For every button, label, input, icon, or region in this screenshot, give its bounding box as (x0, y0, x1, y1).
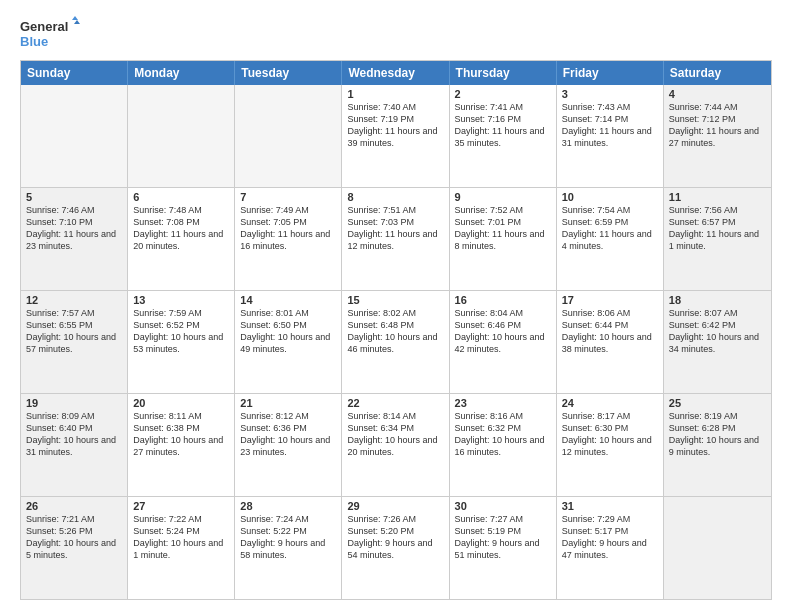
day-number: 13 (133, 294, 229, 306)
day-number: 10 (562, 191, 658, 203)
day-info: Sunrise: 8:07 AM Sunset: 6:42 PM Dayligh… (669, 307, 766, 356)
day-number: 28 (240, 500, 336, 512)
day-info: Sunrise: 7:41 AM Sunset: 7:16 PM Dayligh… (455, 101, 551, 150)
day-number: 20 (133, 397, 229, 409)
cal-cell-1-6: 11Sunrise: 7:56 AM Sunset: 6:57 PM Dayli… (664, 188, 771, 290)
header: General Blue (20, 16, 772, 52)
cal-cell-2-5: 17Sunrise: 8:06 AM Sunset: 6:44 PM Dayli… (557, 291, 664, 393)
svg-marker-3 (74, 20, 80, 24)
day-info: Sunrise: 7:49 AM Sunset: 7:05 PM Dayligh… (240, 204, 336, 253)
day-info: Sunrise: 7:56 AM Sunset: 6:57 PM Dayligh… (669, 204, 766, 253)
cal-cell-1-3: 8Sunrise: 7:51 AM Sunset: 7:03 PM Daylig… (342, 188, 449, 290)
header-cell-tuesday: Tuesday (235, 61, 342, 85)
day-number: 19 (26, 397, 122, 409)
day-number: 9 (455, 191, 551, 203)
cal-cell-2-0: 12Sunrise: 7:57 AM Sunset: 6:55 PM Dayli… (21, 291, 128, 393)
day-info: Sunrise: 8:16 AM Sunset: 6:32 PM Dayligh… (455, 410, 551, 459)
day-number: 8 (347, 191, 443, 203)
cal-cell-3-2: 21Sunrise: 8:12 AM Sunset: 6:36 PM Dayli… (235, 394, 342, 496)
cal-cell-4-1: 27Sunrise: 7:22 AM Sunset: 5:24 PM Dayli… (128, 497, 235, 599)
cal-cell-4-0: 26Sunrise: 7:21 AM Sunset: 5:26 PM Dayli… (21, 497, 128, 599)
day-number: 11 (669, 191, 766, 203)
day-info: Sunrise: 7:57 AM Sunset: 6:55 PM Dayligh… (26, 307, 122, 356)
day-number: 2 (455, 88, 551, 100)
cal-cell-3-4: 23Sunrise: 8:16 AM Sunset: 6:32 PM Dayli… (450, 394, 557, 496)
day-info: Sunrise: 7:48 AM Sunset: 7:08 PM Dayligh… (133, 204, 229, 253)
day-info: Sunrise: 7:43 AM Sunset: 7:14 PM Dayligh… (562, 101, 658, 150)
day-info: Sunrise: 8:04 AM Sunset: 6:46 PM Dayligh… (455, 307, 551, 356)
page: General Blue SundayMondayTuesdayWednesda… (0, 0, 792, 612)
day-number: 22 (347, 397, 443, 409)
calendar-body: 1Sunrise: 7:40 AM Sunset: 7:19 PM Daylig… (21, 85, 771, 599)
logo-svg: General Blue (20, 16, 80, 52)
calendar-row-3: 19Sunrise: 8:09 AM Sunset: 6:40 PM Dayli… (21, 393, 771, 496)
cal-cell-1-0: 5Sunrise: 7:46 AM Sunset: 7:10 PM Daylig… (21, 188, 128, 290)
cal-cell-1-4: 9Sunrise: 7:52 AM Sunset: 7:01 PM Daylig… (450, 188, 557, 290)
day-info: Sunrise: 8:01 AM Sunset: 6:50 PM Dayligh… (240, 307, 336, 356)
day-info: Sunrise: 8:14 AM Sunset: 6:34 PM Dayligh… (347, 410, 443, 459)
day-info: Sunrise: 7:54 AM Sunset: 6:59 PM Dayligh… (562, 204, 658, 253)
day-info: Sunrise: 7:29 AM Sunset: 5:17 PM Dayligh… (562, 513, 658, 562)
cal-cell-2-2: 14Sunrise: 8:01 AM Sunset: 6:50 PM Dayli… (235, 291, 342, 393)
cal-cell-0-2 (235, 85, 342, 187)
day-number: 17 (562, 294, 658, 306)
header-cell-saturday: Saturday (664, 61, 771, 85)
day-number: 18 (669, 294, 766, 306)
day-number: 7 (240, 191, 336, 203)
day-info: Sunrise: 8:11 AM Sunset: 6:38 PM Dayligh… (133, 410, 229, 459)
day-number: 12 (26, 294, 122, 306)
cal-cell-0-1 (128, 85, 235, 187)
cal-cell-1-2: 7Sunrise: 7:49 AM Sunset: 7:05 PM Daylig… (235, 188, 342, 290)
day-number: 6 (133, 191, 229, 203)
calendar-row-2: 12Sunrise: 7:57 AM Sunset: 6:55 PM Dayli… (21, 290, 771, 393)
cal-cell-2-3: 15Sunrise: 8:02 AM Sunset: 6:48 PM Dayli… (342, 291, 449, 393)
day-info: Sunrise: 7:26 AM Sunset: 5:20 PM Dayligh… (347, 513, 443, 562)
svg-marker-2 (72, 16, 78, 20)
cal-cell-0-3: 1Sunrise: 7:40 AM Sunset: 7:19 PM Daylig… (342, 85, 449, 187)
day-info: Sunrise: 7:51 AM Sunset: 7:03 PM Dayligh… (347, 204, 443, 253)
day-info: Sunrise: 7:27 AM Sunset: 5:19 PM Dayligh… (455, 513, 551, 562)
cal-cell-2-4: 16Sunrise: 8:04 AM Sunset: 6:46 PM Dayli… (450, 291, 557, 393)
cal-cell-3-0: 19Sunrise: 8:09 AM Sunset: 6:40 PM Dayli… (21, 394, 128, 496)
header-cell-sunday: Sunday (21, 61, 128, 85)
day-info: Sunrise: 8:09 AM Sunset: 6:40 PM Dayligh… (26, 410, 122, 459)
cal-cell-3-3: 22Sunrise: 8:14 AM Sunset: 6:34 PM Dayli… (342, 394, 449, 496)
day-number: 29 (347, 500, 443, 512)
day-number: 21 (240, 397, 336, 409)
cal-cell-2-1: 13Sunrise: 7:59 AM Sunset: 6:52 PM Dayli… (128, 291, 235, 393)
day-number: 26 (26, 500, 122, 512)
calendar-row-1: 5Sunrise: 7:46 AM Sunset: 7:10 PM Daylig… (21, 187, 771, 290)
day-number: 1 (347, 88, 443, 100)
day-number: 23 (455, 397, 551, 409)
header-cell-monday: Monday (128, 61, 235, 85)
cal-cell-0-6: 4Sunrise: 7:44 AM Sunset: 7:12 PM Daylig… (664, 85, 771, 187)
cal-cell-1-5: 10Sunrise: 7:54 AM Sunset: 6:59 PM Dayli… (557, 188, 664, 290)
cal-cell-0-4: 2Sunrise: 7:41 AM Sunset: 7:16 PM Daylig… (450, 85, 557, 187)
day-number: 24 (562, 397, 658, 409)
day-info: Sunrise: 8:02 AM Sunset: 6:48 PM Dayligh… (347, 307, 443, 356)
svg-text:General: General (20, 19, 68, 34)
cal-cell-3-5: 24Sunrise: 8:17 AM Sunset: 6:30 PM Dayli… (557, 394, 664, 496)
day-info: Sunrise: 7:21 AM Sunset: 5:26 PM Dayligh… (26, 513, 122, 562)
calendar: SundayMondayTuesdayWednesdayThursdayFrid… (20, 60, 772, 600)
day-number: 16 (455, 294, 551, 306)
cal-cell-4-2: 28Sunrise: 7:24 AM Sunset: 5:22 PM Dayli… (235, 497, 342, 599)
header-cell-wednesday: Wednesday (342, 61, 449, 85)
header-cell-friday: Friday (557, 61, 664, 85)
cal-cell-3-1: 20Sunrise: 8:11 AM Sunset: 6:38 PM Dayli… (128, 394, 235, 496)
logo: General Blue (20, 16, 80, 52)
day-number: 27 (133, 500, 229, 512)
day-info: Sunrise: 7:22 AM Sunset: 5:24 PM Dayligh… (133, 513, 229, 562)
day-number: 3 (562, 88, 658, 100)
cal-cell-4-5: 31Sunrise: 7:29 AM Sunset: 5:17 PM Dayli… (557, 497, 664, 599)
cal-cell-4-6 (664, 497, 771, 599)
cal-cell-0-5: 3Sunrise: 7:43 AM Sunset: 7:14 PM Daylig… (557, 85, 664, 187)
day-info: Sunrise: 8:19 AM Sunset: 6:28 PM Dayligh… (669, 410, 766, 459)
cal-cell-2-6: 18Sunrise: 8:07 AM Sunset: 6:42 PM Dayli… (664, 291, 771, 393)
day-number: 30 (455, 500, 551, 512)
cal-cell-4-4: 30Sunrise: 7:27 AM Sunset: 5:19 PM Dayli… (450, 497, 557, 599)
calendar-row-0: 1Sunrise: 7:40 AM Sunset: 7:19 PM Daylig… (21, 85, 771, 187)
day-number: 4 (669, 88, 766, 100)
cal-cell-1-1: 6Sunrise: 7:48 AM Sunset: 7:08 PM Daylig… (128, 188, 235, 290)
calendar-row-4: 26Sunrise: 7:21 AM Sunset: 5:26 PM Dayli… (21, 496, 771, 599)
